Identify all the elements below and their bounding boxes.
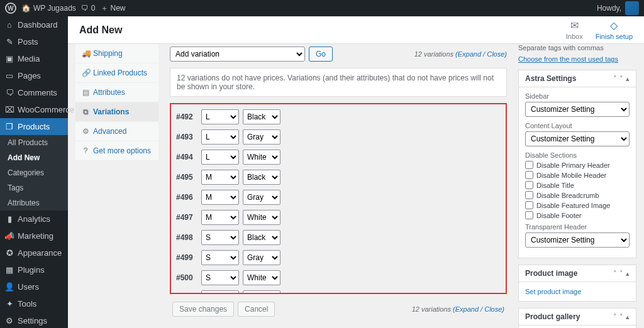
- new-link[interactable]: ＋ New: [101, 3, 126, 14]
- variation-action-select[interactable]: Add variation: [170, 46, 305, 62]
- variation-id: #500: [176, 273, 197, 282]
- tab-shipping[interactable]: 🚚Shipping: [75, 44, 158, 63]
- variation-size-select[interactable]: LMSXL: [201, 150, 239, 165]
- admin-sidebar: ⌂Dashboard✎Posts▣Media▭Pages🗨Comments⌧Wo…: [0, 16, 68, 328]
- variation-id: #501: [176, 293, 197, 294]
- page-title: Add New: [79, 25, 122, 36]
- tags-hint-area: Separate tags with commas Choose from th…: [518, 44, 636, 63]
- variation-color-select[interactable]: BlackGrayWhite: [243, 230, 280, 245]
- disable-check-disable-primary-header[interactable]: Disable Primary Header: [525, 161, 630, 169]
- sidebar-item-media[interactable]: ▣Media: [0, 50, 68, 67]
- sidebar-item-settings[interactable]: ⚙Settings: [0, 312, 68, 328]
- submenu-item-tags[interactable]: Tags: [0, 180, 68, 195]
- variation-color-select[interactable]: BlackGrayWhite: [243, 170, 280, 185]
- variation-size-select[interactable]: LMSXL: [201, 210, 239, 225]
- variation-size-select[interactable]: LMSXL: [201, 270, 239, 285]
- variation-row: #492LMSXLBlackGrayWhite: [171, 107, 506, 127]
- variation-color-select[interactable]: BlackGrayWhite: [243, 270, 280, 285]
- sidebar-item-pages[interactable]: ▭Pages: [0, 67, 68, 84]
- variation-id: #492: [176, 112, 197, 121]
- inbox-button[interactable]: ✉Inbox: [566, 19, 583, 40]
- tab-attributes[interactable]: ▤Attributes: [75, 83, 158, 102]
- sidebar-item-marketing[interactable]: 📣Marketing: [0, 227, 68, 244]
- set-product-image-link[interactable]: Set product image: [525, 288, 581, 295]
- sidebar-item-users[interactable]: 👤Users: [0, 278, 68, 295]
- product-data-tabs: 🚚Shipping🔗Linked Products▤Attributes⧉Var…: [75, 44, 158, 161]
- variation-size-select[interactable]: LMSXL: [201, 290, 239, 294]
- variation-id: #497: [176, 213, 197, 222]
- site-link[interactable]: 🏠 WP Jugaads: [21, 4, 76, 13]
- tab-advanced[interactable]: ⚙Advanced: [75, 122, 158, 141]
- variation-count-bottom: 12 variations (Expand / Close): [412, 305, 504, 313]
- expand-link-top[interactable]: (Expand / Close): [455, 50, 507, 58]
- submenu-item-add-new[interactable]: Add New: [0, 150, 68, 165]
- sidebar-item-woocommerce[interactable]: ⌧WooCommerce: [0, 101, 68, 118]
- variation-row: #501LMSXLBlackGrayWhite: [171, 288, 506, 294]
- disable-check-disable-mobile-header[interactable]: Disable Mobile Header: [525, 171, 630, 179]
- astra-transparent-select[interactable]: Customizer Setting: [525, 232, 630, 248]
- comments-link[interactable]: 🗨 0: [81, 4, 96, 13]
- tab-get-more-options[interactable]: ?Get more options: [75, 141, 158, 161]
- tab-linked-products[interactable]: 🔗Linked Products: [75, 63, 158, 83]
- chevron-up-icon[interactable]: ˄: [613, 75, 617, 83]
- wp-logo-icon[interactable]: W: [5, 3, 16, 14]
- sidebar-item-posts[interactable]: ✎Posts: [0, 33, 68, 50]
- sidebar-item-comments[interactable]: 🗨Comments: [0, 84, 68, 101]
- submenu-item-attributes[interactable]: Attributes: [0, 195, 68, 210]
- variation-size-select[interactable]: LMSXL: [201, 190, 239, 205]
- astra-sidebar-select[interactable]: Customizer Setting: [525, 102, 630, 117]
- variation-color-select[interactable]: BlackGrayWhite: [243, 150, 280, 165]
- variation-row: #495LMSXLBlackGrayWhite: [171, 167, 506, 187]
- variation-count-top: 12 variations (Expand / Close): [414, 50, 507, 58]
- variation-color-select[interactable]: BlackGrayWhite: [243, 129, 280, 145]
- variation-color-select[interactable]: BlackGrayWhite: [243, 210, 280, 225]
- disable-check-disable-footer[interactable]: Disable Footer: [525, 211, 630, 219]
- variation-row: #497LMSXLBlackGrayWhite: [171, 207, 506, 227]
- astra-content-select[interactable]: Customizer Setting: [525, 131, 630, 146]
- astra-settings-box: Astra Settings˄˅▴ Sidebar Customizer Set…: [518, 70, 636, 258]
- page-header: Add New ✉Inbox ◇Finish setup: [68, 16, 644, 44]
- variation-size-select[interactable]: LMSXL: [201, 129, 239, 145]
- sidebar-item-appearance[interactable]: ✪Appearance: [0, 244, 68, 261]
- submenu-item-categories[interactable]: Categories: [0, 165, 68, 180]
- variations-list: #492LMSXLBlackGrayWhite#493LMSXLBlackGra…: [170, 103, 507, 294]
- admin-toolbar: W 🏠 WP Jugaads 🗨 0 ＋ New Howdy,: [0, 0, 644, 16]
- sidebar-item-products[interactable]: ❐Products: [0, 118, 68, 135]
- tab-variations[interactable]: ⧉Variations: [75, 102, 158, 122]
- toggle-icon[interactable]: ▴: [626, 75, 630, 83]
- variation-footer-row: Save changes Cancel 12 variations (Expan…: [166, 298, 511, 320]
- cancel-button[interactable]: Cancel: [238, 302, 275, 317]
- user-avatar-icon[interactable]: [625, 1, 639, 15]
- variation-color-select[interactable]: BlackGrayWhite: [243, 250, 280, 265]
- disable-check-disable-breadcrumb[interactable]: Disable Breadcrumb: [525, 191, 630, 199]
- variation-row: #500LMSXLBlackGrayWhite: [171, 268, 506, 288]
- variation-row: #493LMSXLBlackGrayWhite: [171, 127, 506, 147]
- sidebar-item-analytics[interactable]: ▮Analytics: [0, 210, 68, 227]
- variation-color-select[interactable]: BlackGrayWhite: [243, 290, 280, 294]
- submenu-item-all-products[interactable]: All Products: [0, 135, 68, 150]
- product-image-box: Product image˄˅▴ Set product image: [518, 265, 636, 302]
- variation-id: #493: [176, 133, 197, 141]
- variation-id: #499: [176, 253, 197, 262]
- disable-check-disable-title[interactable]: Disable Title: [525, 181, 630, 189]
- variation-size-select[interactable]: LMSXL: [201, 109, 239, 124]
- variation-id: #494: [176, 153, 197, 161]
- variation-id: #495: [176, 173, 197, 182]
- choose-tags-link[interactable]: Choose from the most used tags: [518, 55, 618, 63]
- variation-size-select[interactable]: LMSXL: [201, 170, 239, 185]
- variation-size-select[interactable]: LMSXL: [201, 230, 239, 245]
- variation-id: #498: [176, 233, 197, 242]
- disable-check-disable-featured-image[interactable]: Disable Featured Image: [525, 201, 630, 209]
- variation-color-select[interactable]: BlackGrayWhite: [243, 190, 280, 205]
- save-changes-button[interactable]: Save changes: [172, 302, 234, 317]
- variation-color-select[interactable]: BlackGrayWhite: [243, 109, 280, 124]
- go-button[interactable]: Go: [309, 46, 333, 62]
- finish-setup-button[interactable]: ◇Finish setup: [596, 19, 633, 40]
- sidebar-item-tools[interactable]: ✦Tools: [0, 295, 68, 312]
- chevron-down-icon[interactable]: ˅: [619, 75, 623, 83]
- sidebar-item-plugins[interactable]: ▩Plugins: [0, 261, 68, 278]
- variation-size-select[interactable]: LMSXL: [201, 250, 239, 265]
- sidebar-item-dashboard[interactable]: ⌂Dashboard: [0, 16, 68, 33]
- variation-row: #496LMSXLBlackGrayWhite: [171, 187, 506, 207]
- expand-link-bottom[interactable]: (Expand / Close): [453, 305, 504, 313]
